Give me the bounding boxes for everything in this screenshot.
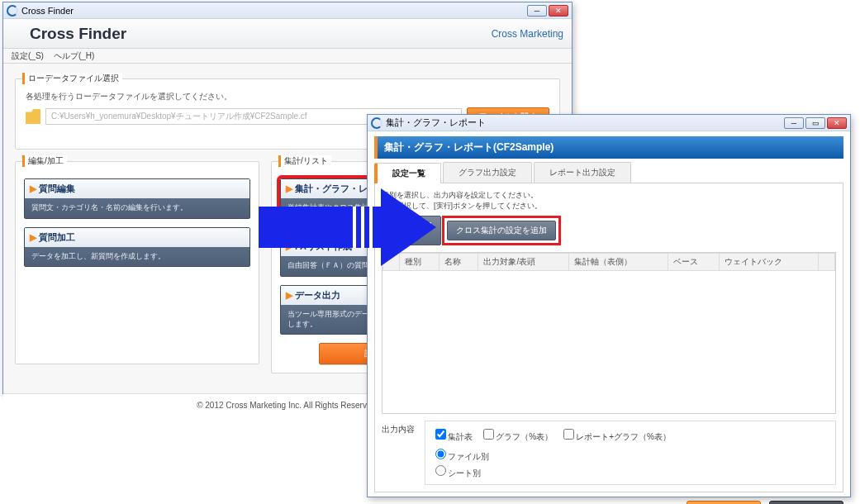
edit-panel-label: 編集/加工 <box>22 155 67 167</box>
minimize-button[interactable]: ─ <box>527 5 547 17</box>
aggregate-panel-label: 集計/リスト <box>278 155 331 167</box>
folder-icon <box>26 109 40 124</box>
radio-sheet[interactable]: シート別 <box>434 468 481 478</box>
brand-icon <box>12 26 26 41</box>
brand-logo: Cross Finder <box>12 25 126 43</box>
app-icon <box>371 117 382 129</box>
output-options: 出力内容 集計表 グラフ（%表） レポート+グラフ（%表） ファイル別 シート別 <box>382 421 836 485</box>
output-label: 出力内容 <box>382 421 415 435</box>
col-base[interactable]: ベース <box>668 254 719 271</box>
menu-settings[interactable]: 設定(_S) <box>12 50 44 62</box>
window-title: Cross Finder <box>21 6 74 16</box>
close-button[interactable]: ✕ <box>827 117 847 129</box>
tab-report-output[interactable]: レポート出力設定 <box>534 162 631 183</box>
report-titlebar: 集計・グラフ・レポート ─ ▭ ✕ <box>368 115 850 131</box>
section-heading: 集計・グラフ・レポート(CF2Sample) <box>374 136 843 159</box>
add-simple-setting-button[interactable]: 設定を追加 <box>382 216 441 245</box>
col-target[interactable]: 出力対象/表頭 <box>478 254 569 271</box>
file-hint: 各処理を行うローデータファイルを選択してください。 <box>26 91 549 102</box>
close-button[interactable]: ✕ <box>549 5 568 17</box>
maximize-button[interactable]: ▭ <box>805 117 825 129</box>
add-cross-setting-button[interactable]: クロス集計の設定を追加 <box>447 221 556 240</box>
col-type[interactable]: 種別 <box>400 254 440 271</box>
tab-row: 設定一覧 グラフ出力設定 レポート出力設定 <box>374 162 843 183</box>
close-dialog-button[interactable]: 閉じる <box>769 501 843 504</box>
radio-file[interactable]: ファイル別 <box>434 452 489 461</box>
col-axis[interactable]: 集計軸（表側） <box>568 254 668 271</box>
minimize-button[interactable]: ─ <box>784 117 804 129</box>
report-window-title: 集計・グラフ・レポート <box>386 116 486 129</box>
chk-graph[interactable]: グラフ（%表） <box>482 432 553 441</box>
settings-grid[interactable]: 種別 名称 出力対象/表頭 集計軸（表側） ベース ウェイトバック <box>382 252 836 414</box>
chk-report-graph[interactable]: レポート+グラフ（%表） <box>562 432 671 441</box>
instruction-text: 種別を選択し、出力内容を設定してください。 行を選択して、[実行]ボタンを押して… <box>382 190 836 211</box>
col-weight[interactable]: ウェイトバック <box>719 254 818 271</box>
tab-settings-list[interactable]: 設定一覧 <box>374 163 441 183</box>
report-window: 集計・グラフ・レポート ─ ▭ ✕ 集計・グラフ・レポート(CF2Sample)… <box>367 114 851 497</box>
app-icon <box>7 5 18 17</box>
titlebar: Cross Finder ─ ✕ <box>3 2 572 19</box>
menu-help[interactable]: ヘルプ(_H) <box>54 50 94 62</box>
edit-panel: 編集/加工 ▶質問編集 質問文・カテゴリ名・名前の編集を行います。 ▶質問加工 … <box>15 161 259 364</box>
chk-summary[interactable]: 集計表 <box>434 432 473 441</box>
card-question-edit[interactable]: ▶質問編集 質問文・カテゴリ名・名前の編集を行います。 <box>24 178 250 219</box>
app-header: Cross Finder Cross Marketing <box>3 19 572 49</box>
menubar: 設定(_S) ヘルプ(_H) <box>3 49 572 64</box>
execute-button[interactable]: 実行 <box>687 501 761 504</box>
brand-company: Cross Marketing <box>479 28 563 40</box>
file-panel-label: ローデータファイル選択 <box>22 73 122 84</box>
company-icon <box>479 29 489 39</box>
card-question-process[interactable]: ▶質問加工 データを加工し、新質問を作成します。 <box>24 227 250 268</box>
highlight-cross-button: クロス集計の設定を追加 <box>442 216 561 245</box>
tab-content: 種別を選択し、出力内容を設定してください。 行を選択して、[実行]ボタンを押して… <box>374 183 843 492</box>
tab-graph-output[interactable]: グラフ出力設定 <box>443 162 532 183</box>
col-name[interactable]: 名称 <box>439 254 478 271</box>
